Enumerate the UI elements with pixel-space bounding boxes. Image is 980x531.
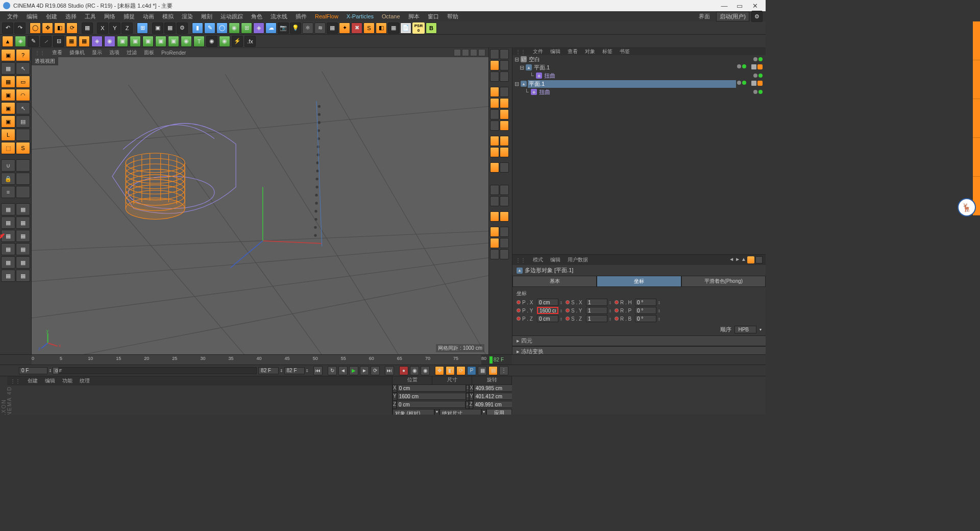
lt-g11[interactable]: ▦ bbox=[1, 270, 15, 282]
om-tag[interactable]: 标签 bbox=[602, 48, 612, 55]
attr-edit[interactable]: 编辑 bbox=[550, 256, 560, 263]
xp-icon[interactable]: ✖ bbox=[351, 22, 362, 34]
tag-icon[interactable]: ◧ bbox=[376, 22, 387, 34]
scale-key-icon[interactable]: ◧ bbox=[446, 366, 455, 375]
mt-4[interactable]: ⊟ bbox=[53, 36, 64, 47]
rt-5[interactable] bbox=[500, 71, 509, 82]
layout-select[interactable]: 启动(用户) bbox=[716, 12, 749, 21]
axis-y-icon[interactable]: Y bbox=[109, 22, 120, 34]
rt-20[interactable] bbox=[500, 185, 509, 195]
rt-4[interactable] bbox=[490, 71, 499, 82]
move-icon[interactable]: ✥ bbox=[42, 22, 53, 34]
rt-17[interactable] bbox=[500, 147, 509, 157]
rt-22[interactable] bbox=[500, 196, 509, 206]
cp-apply-button[interactable]: 应用 bbox=[486, 409, 512, 415]
lt-g1[interactable]: ▦ bbox=[1, 203, 15, 215]
mt-16[interactable]: ◉ bbox=[206, 36, 217, 47]
menu-pipe[interactable]: 流水线 bbox=[266, 12, 291, 21]
lt-axis-icon[interactable]: L bbox=[1, 129, 15, 141]
menu-file[interactable]: 文件 bbox=[3, 12, 22, 21]
axis-z-icon[interactable]: Z bbox=[121, 22, 133, 34]
menu-realflow[interactable]: RealFlow bbox=[311, 12, 342, 20]
input-pz[interactable] bbox=[537, 315, 558, 322]
lt-g10[interactable]: ▦ bbox=[16, 256, 30, 269]
tree-row-plane1b[interactable]: ⊟▲ 平面.1 bbox=[512, 80, 766, 88]
cp-pos-X[interactable] bbox=[397, 384, 466, 392]
rt-gear3[interactable] bbox=[490, 249, 499, 259]
vp-icon-3[interactable] bbox=[470, 49, 477, 56]
lt-g9[interactable]: ▦ bbox=[1, 256, 15, 269]
close-button[interactable]: ✕ bbox=[747, 2, 763, 10]
tree-row-twist2[interactable]: └◈ 扭曲 bbox=[512, 88, 766, 96]
tree-row-null[interactable]: ⊟L⁰ 空白 bbox=[512, 55, 766, 63]
cp-mode-select[interactable]: 对象 (相对) bbox=[393, 409, 434, 415]
layout-gear-icon[interactable]: ⚙ bbox=[751, 11, 763, 22]
ff-icon[interactable]: ⟳ bbox=[371, 366, 380, 375]
lt-g4[interactable]: ▦ bbox=[16, 216, 30, 229]
render-region-icon[interactable]: ▦ bbox=[164, 22, 176, 34]
lt-rect-icon[interactable]: ▭ bbox=[16, 76, 30, 88]
cube-primitive-icon[interactable]: ▮ bbox=[192, 22, 203, 34]
lt-edge-icon[interactable]: ▣ bbox=[1, 102, 15, 114]
rotate-icon[interactable]: ⟳ bbox=[66, 22, 78, 34]
vp-view[interactable]: 查看 bbox=[52, 49, 62, 56]
menu-char[interactable]: 角色 bbox=[247, 12, 266, 21]
lt-g3[interactable]: ▦ bbox=[1, 216, 15, 229]
rt-18[interactable] bbox=[490, 162, 499, 173]
frame-start-field[interactable] bbox=[19, 367, 47, 374]
menu-mesh[interactable]: 网络 bbox=[100, 12, 119, 21]
cp-pos-Z[interactable] bbox=[397, 401, 465, 408]
input-sz[interactable] bbox=[586, 315, 607, 322]
frame-end-field[interactable] bbox=[258, 367, 279, 374]
array-icon[interactable]: ⊞ bbox=[241, 22, 252, 34]
input-py[interactable] bbox=[537, 307, 558, 314]
rt-gear1[interactable] bbox=[500, 162, 509, 173]
mt-6[interactable]: ▦ bbox=[79, 36, 90, 47]
lt-uv-icon[interactable]: ▦ bbox=[1, 76, 15, 88]
subtab-basic[interactable]: 基本 bbox=[512, 276, 597, 287]
mt-17[interactable]: ◉ bbox=[219, 36, 230, 47]
tree-row-plane1a[interactable]: ⊟▲ 平面.1 bbox=[512, 63, 766, 71]
mt-13[interactable]: ▣ bbox=[168, 36, 179, 47]
record-icon[interactable]: ● bbox=[399, 366, 408, 375]
lt-move-icon[interactable]: ↖ bbox=[16, 102, 30, 114]
input-rh[interactable] bbox=[635, 299, 656, 306]
order-select[interactable]: HPB bbox=[734, 326, 756, 333]
mt-14[interactable]: ◉ bbox=[181, 36, 192, 47]
goto-end-icon[interactable]: ⏭ bbox=[385, 366, 394, 375]
render-settings-icon[interactable]: ⚙ bbox=[177, 22, 188, 34]
menu-anim[interactable]: 动画 bbox=[139, 12, 158, 21]
mt-19[interactable]: .fx bbox=[244, 36, 256, 47]
lt-lasso-icon[interactable]: ◠ bbox=[16, 89, 30, 101]
make-editable-icon[interactable]: ▲ bbox=[2, 36, 13, 47]
simulate-icon[interactable]: ≋ bbox=[314, 22, 326, 34]
rt-21[interactable] bbox=[490, 196, 499, 206]
minimize-button[interactable]: — bbox=[717, 2, 732, 10]
lt-point-icon[interactable]: ▣ bbox=[1, 89, 15, 101]
next-key-icon[interactable]: ► bbox=[360, 366, 369, 375]
vp-camera[interactable]: 摄像机 bbox=[69, 49, 85, 56]
om-file[interactable]: 文件 bbox=[533, 48, 543, 55]
nurbs-icon[interactable]: ◉ bbox=[229, 22, 240, 34]
mat-tex[interactable]: 纹理 bbox=[80, 377, 90, 384]
menu-window[interactable]: 窗口 bbox=[424, 12, 443, 21]
autokey-icon[interactable]: ◉ bbox=[410, 366, 419, 375]
undo-button[interactable]: ↶ bbox=[2, 22, 13, 34]
pos-key-icon[interactable]: ✥ bbox=[435, 366, 444, 375]
mt-10[interactable]: ▣ bbox=[130, 36, 141, 47]
b-icon[interactable]: B bbox=[426, 22, 437, 34]
object-tree[interactable]: ⊟L⁰ 空白 ⊟▲ 平面.1 └◈ 扭曲 ⊟▲ 平面.1 └◈ 扭曲 bbox=[512, 55, 766, 254]
vp-icon-1[interactable] bbox=[454, 49, 461, 56]
coord-sys-icon[interactable]: ⊞ bbox=[137, 22, 148, 34]
menu-sculpt[interactable]: 雕刻 bbox=[197, 12, 216, 21]
input-rp[interactable] bbox=[635, 307, 656, 314]
menu-render[interactable]: 渲染 bbox=[178, 12, 197, 21]
rt-13[interactable] bbox=[500, 120, 509, 131]
rt-gear2[interactable] bbox=[500, 227, 509, 237]
om-obj[interactable]: 对象 bbox=[585, 48, 595, 55]
menu-sim[interactable]: 模拟 bbox=[158, 12, 178, 21]
lt-poly-icon[interactable]: ▣ bbox=[1, 115, 15, 128]
mt-9[interactable]: ▣ bbox=[117, 36, 128, 47]
lt-magnet-icon[interactable]: ∪ bbox=[1, 159, 15, 172]
tree-row-twist1[interactable]: └◈ 扭曲 bbox=[512, 71, 766, 80]
